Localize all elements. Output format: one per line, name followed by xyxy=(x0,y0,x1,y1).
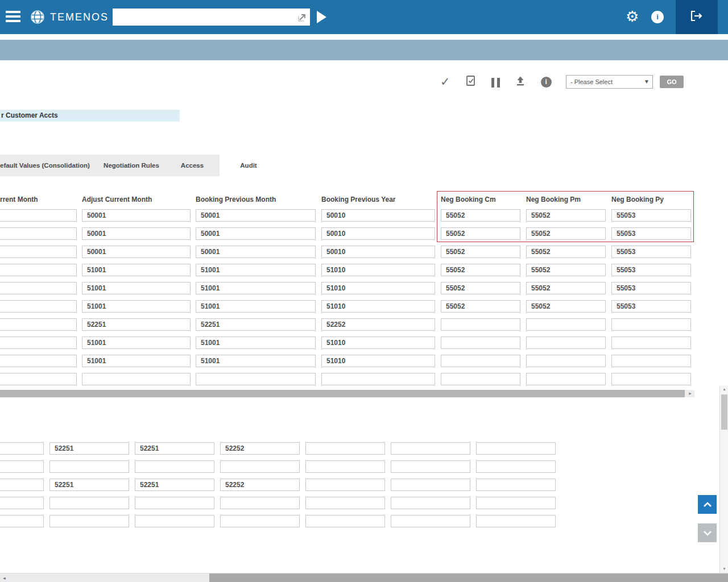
grid2-cell-r1-c3[interactable] xyxy=(220,442,300,455)
grid1-cell-r1-c1[interactable] xyxy=(82,209,191,222)
grid2-cell-r2-c0[interactable] xyxy=(0,460,44,473)
grid2-cell-r5-c1[interactable] xyxy=(49,515,129,527)
grid2-cell-r4-c0[interactable] xyxy=(0,497,44,509)
grid1-cell-r7-c0[interactable] xyxy=(0,318,77,331)
grid1-cell-r6-c2[interactable] xyxy=(196,300,316,313)
grid2-cell-r3-c4[interactable] xyxy=(305,479,385,491)
grid1-horizontal-scrollbar[interactable]: ▸ xyxy=(0,390,694,397)
hold-icon[interactable] xyxy=(491,77,500,88)
bottom-horizontal-scrollbar[interactable]: ◂ xyxy=(0,573,728,582)
grid2-cell-r2-c3[interactable] xyxy=(220,460,300,473)
vertical-scrollbar[interactable]: ▴ ▾ xyxy=(719,385,728,573)
grid1-cell-r10-c5[interactable] xyxy=(526,373,606,385)
grid1-cell-r2-c4[interactable] xyxy=(441,227,520,240)
grid1-cell-r7-c5[interactable] xyxy=(526,318,606,331)
grid2-cell-r3-c2[interactable] xyxy=(135,479,214,491)
grid1-cell-r1-c3[interactable] xyxy=(321,209,435,222)
grid1-cell-r5-c6[interactable] xyxy=(611,282,691,294)
grid2-cell-r3-c3[interactable] xyxy=(220,479,300,491)
grid1-cell-r8-c2[interactable] xyxy=(196,336,316,349)
grid1-cell-r5-c4[interactable] xyxy=(441,282,520,294)
grid1-cell-r3-c5[interactable] xyxy=(526,246,606,258)
grid1-cell-r10-c6[interactable] xyxy=(611,373,691,385)
grid1-cell-r5-c2[interactable] xyxy=(196,282,316,294)
tab-negotiation-rules[interactable]: Negotiation Rules xyxy=(98,155,165,176)
upload-icon[interactable] xyxy=(515,75,526,89)
grid1-cell-r10-c1[interactable] xyxy=(82,373,191,385)
open-enquiry-icon[interactable] xyxy=(298,13,307,24)
grid1-cell-r6-c4[interactable] xyxy=(441,300,520,313)
grid2-cell-r2-c4[interactable] xyxy=(305,460,385,473)
grid1-cell-r2-c6[interactable] xyxy=(611,227,691,240)
grid1-cell-r2-c1[interactable] xyxy=(82,227,191,240)
grid1-cell-r9-c5[interactable] xyxy=(526,355,606,367)
grid1-cell-r3-c0[interactable] xyxy=(0,246,77,258)
grid1-cell-r9-c0[interactable] xyxy=(0,355,77,367)
grid1-cell-r5-c3[interactable] xyxy=(321,282,435,294)
gear-icon[interactable]: ⚙ xyxy=(626,7,639,26)
bottom-hscroll-thumb[interactable] xyxy=(209,573,728,582)
grid1-cell-r10-c2[interactable] xyxy=(196,373,316,385)
grid1-cell-r10-c4[interactable] xyxy=(441,373,520,385)
grid2-cell-r2-c2[interactable] xyxy=(135,460,214,473)
grid1-cell-r2-c0[interactable] xyxy=(0,227,77,240)
grid1-cell-r10-c0[interactable] xyxy=(0,373,77,385)
grid2-cell-r4-c6[interactable] xyxy=(476,497,556,509)
grid2-cell-r2-c1[interactable] xyxy=(49,460,129,473)
grid1-cell-r9-c3[interactable] xyxy=(321,355,435,367)
grid1-cell-r5-c0[interactable] xyxy=(0,282,77,294)
grid2-cell-r2-c5[interactable] xyxy=(391,460,470,473)
vscroll-thumb[interactable] xyxy=(721,394,727,430)
play-icon[interactable] xyxy=(317,11,326,23)
grid1-cell-r8-c6[interactable] xyxy=(611,336,691,349)
grid1-cell-r3-c4[interactable] xyxy=(441,246,520,258)
grid1-cell-r4-c3[interactable] xyxy=(321,264,435,276)
page-down-button[interactable] xyxy=(698,523,717,542)
grid1-cell-r8-c3[interactable] xyxy=(321,336,435,349)
grid2-cell-r5-c2[interactable] xyxy=(135,515,214,527)
info-icon[interactable]: i xyxy=(651,11,664,23)
grid1-cell-r9-c6[interactable] xyxy=(611,355,691,367)
scroll-left-icon[interactable]: ◂ xyxy=(0,573,9,582)
grid1-cell-r10-c3[interactable] xyxy=(321,373,435,385)
go-button[interactable]: GO xyxy=(660,76,684,88)
grid2-cell-r4-c1[interactable] xyxy=(49,497,129,509)
grid2-cell-r4-c4[interactable] xyxy=(305,497,385,509)
grid1-cell-r3-c3[interactable] xyxy=(321,246,435,258)
grid1-cell-r4-c2[interactable] xyxy=(196,264,316,276)
grid1-cell-r4-c5[interactable] xyxy=(526,264,606,276)
grid2-cell-r5-c5[interactable] xyxy=(391,515,470,527)
grid1-cell-r2-c5[interactable] xyxy=(526,227,606,240)
grid1-cell-r3-c6[interactable] xyxy=(611,246,691,258)
scroll-down-icon[interactable]: ▾ xyxy=(720,565,728,573)
scroll-up-icon[interactable]: ▴ xyxy=(720,385,728,393)
grid2-cell-r1-c5[interactable] xyxy=(391,442,470,455)
grid1-cell-r3-c2[interactable] xyxy=(196,246,316,258)
grid1-cell-r7-c3[interactable] xyxy=(321,318,435,331)
signoff-button[interactable] xyxy=(676,0,718,34)
grid1-cell-r4-c4[interactable] xyxy=(441,264,520,276)
grid1-cell-r4-c0[interactable] xyxy=(0,264,77,276)
grid2-cell-r1-c0[interactable] xyxy=(0,442,44,455)
grid1-cell-r6-c3[interactable] xyxy=(321,300,435,313)
grid2-cell-r4-c2[interactable] xyxy=(135,497,214,509)
grid1-cell-r9-c4[interactable] xyxy=(441,355,520,367)
grid1-cell-r7-c4[interactable] xyxy=(441,318,520,331)
check-icon[interactable]: ✓ xyxy=(440,74,450,89)
grid2-cell-r5-c0[interactable] xyxy=(0,515,44,527)
grid1-cell-r4-c1[interactable] xyxy=(82,264,191,276)
grid2-cell-r1-c2[interactable] xyxy=(135,442,214,455)
tab-default-values-consolidation[interactable]: efault Values (Consolidation) xyxy=(0,155,98,176)
scroll-right-icon[interactable]: ▸ xyxy=(686,390,694,397)
grid1-cell-r6-c1[interactable] xyxy=(82,300,191,313)
tab-access[interactable]: Access xyxy=(165,155,220,176)
command-search-input[interactable] xyxy=(113,9,295,26)
grid1-cell-r6-c0[interactable] xyxy=(0,300,77,313)
grid2-cell-r2-c6[interactable] xyxy=(476,460,556,473)
grid2-cell-r4-c3[interactable] xyxy=(220,497,300,509)
grid2-cell-r1-c6[interactable] xyxy=(476,442,556,455)
grid1-cell-r5-c5[interactable] xyxy=(526,282,606,294)
grid1-cell-r1-c6[interactable] xyxy=(611,209,691,222)
grid1-cell-r8-c1[interactable] xyxy=(82,336,191,349)
context-banner[interactable]: r Customer Accts xyxy=(0,110,180,122)
